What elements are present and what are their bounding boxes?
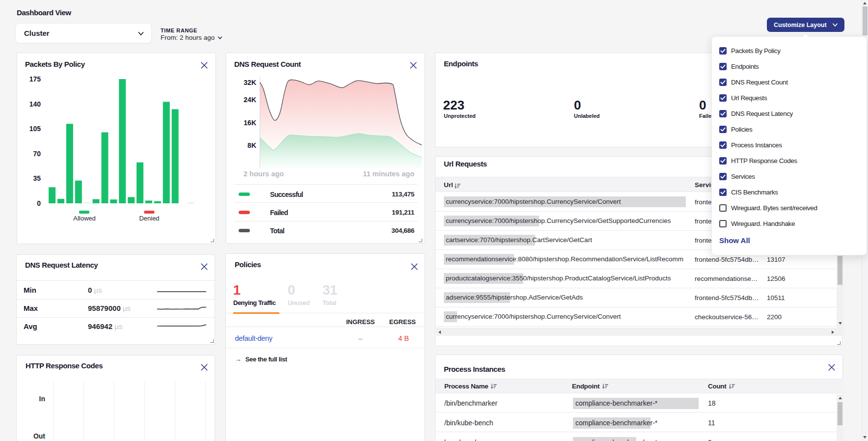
svg-text:70: 70 [33, 150, 41, 158]
svg-text:11 minutes ago: 11 minutes ago [363, 170, 414, 178]
svg-text:32K: 32K [244, 79, 256, 86]
svg-text:175: 175 [29, 76, 41, 83]
svg-text:Allowed: Allowed [73, 215, 96, 222]
svg-text:Denied: Denied [139, 215, 159, 222]
svg-text:140: 140 [29, 100, 41, 108]
svg-text:105: 105 [29, 125, 41, 133]
svg-text:8K: 8K [247, 141, 256, 149]
svg-text:16K: 16K [244, 119, 256, 127]
svg-text:24K: 24K [244, 96, 256, 104]
svg-text:35: 35 [33, 174, 41, 182]
svg-text:0: 0 [37, 199, 41, 207]
svg-text:2 hours ago: 2 hours ago [244, 170, 284, 178]
